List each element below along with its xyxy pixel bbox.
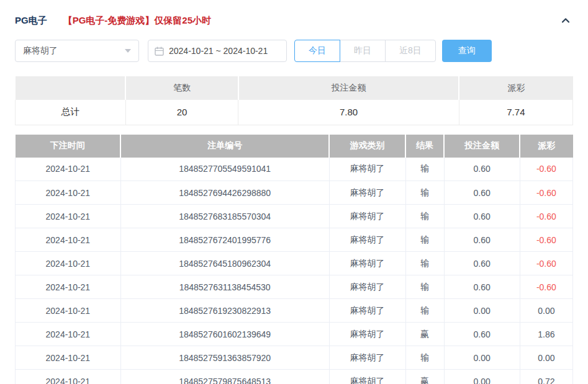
summary-total-payout: 7.74 [459, 100, 572, 125]
cell-payout: 0.00 [520, 299, 572, 323]
cell-result: 输 [405, 181, 444, 205]
cell-payout: 0.72 [520, 370, 572, 384]
cell-order-no: 1848527694426298880 [120, 181, 329, 205]
pg-games-panel: PG电子 【PG电子-免费游戏】仅保留25小时 麻将胡了 [0, 0, 588, 384]
cell-bet: 0.60 [444, 158, 520, 181]
cell-game: 麻将胡了 [329, 252, 405, 275]
cell-result: 输 [405, 228, 444, 252]
summary-header-row: 笔数 投注金额 派彩 [16, 76, 573, 100]
cell-result: 输 [405, 346, 444, 370]
filter-bar: 麻将胡了 2024-10-21 ~ 2024-10-21 今日 昨日 近8日 查… [15, 40, 573, 62]
date-range-input[interactable]: 2024-10-21 ~ 2024-10-21 [148, 40, 287, 62]
summary-total-bet-amount: 7.80 [238, 100, 459, 125]
cell-game: 麻将胡了 [329, 205, 405, 228]
header-game-category: 游戏类别 [329, 135, 405, 158]
caret-down-icon [125, 49, 131, 53]
cell-game: 麻将胡了 [329, 370, 405, 384]
cell-game: 麻将胡了 [329, 346, 405, 370]
quick-range-group: 今日 昨日 近8日 [294, 40, 436, 62]
free-game-notice: 【PG电子-免费游戏】仅保留25小时 [63, 15, 211, 27]
page-title: PG电子 [15, 15, 47, 27]
summary-header-payout: 派彩 [459, 76, 572, 100]
table-row: 2024-10-21 1848527579875648513 麻将胡了 赢 0.… [16, 370, 573, 384]
cell-bet: 0.00 [444, 346, 520, 370]
cell-bet-time: 2024-10-21 [16, 205, 121, 228]
summary-total-label: 总计 [16, 100, 126, 125]
cell-game: 麻将胡了 [329, 228, 405, 252]
header-payout: 派彩 [520, 135, 572, 158]
header-bet-time: 下注时间 [16, 135, 121, 158]
header-result: 结果 [405, 135, 444, 158]
cell-bet-time: 2024-10-21 [16, 299, 121, 323]
cell-payout: -0.60 [520, 228, 572, 252]
cell-order-no: 1848527579875648513 [120, 370, 329, 384]
cell-bet-time: 2024-10-21 [16, 370, 121, 384]
cell-result: 输 [405, 299, 444, 323]
chevron-up-icon [560, 15, 571, 26]
cell-bet: 0.60 [444, 228, 520, 252]
cell-bet-time: 2024-10-21 [16, 323, 121, 346]
cell-order-no: 1848527631138454530 [120, 275, 329, 299]
cell-payout: -0.60 [520, 205, 572, 228]
table-row: 2024-10-21 1848527619230822913 麻将胡了 输 0.… [16, 299, 573, 323]
cell-result: 输 [405, 158, 444, 181]
cell-bet-time: 2024-10-21 [16, 181, 121, 205]
bet-table-header-row: 下注时间 注单编号 游戏类别 结果 投注金额 派彩 [16, 135, 573, 158]
cell-result: 赢 [405, 323, 444, 346]
cell-bet: 0.00 [444, 370, 520, 384]
cell-order-no: 1848527705549591041 [120, 158, 329, 181]
summary-header-bet-amount: 投注金额 [238, 76, 459, 100]
summary-header-blank [16, 76, 126, 100]
cell-result: 输 [405, 252, 444, 275]
range-last8days-button[interactable]: 近8日 [385, 40, 436, 62]
cell-order-no: 1848527591363857920 [120, 346, 329, 370]
summary-total-row: 总计 20 7.80 7.74 [16, 100, 573, 125]
cell-order-no: 1848527683185570304 [120, 205, 329, 228]
table-row: 2024-10-21 1848527672401995776 麻将胡了 输 0.… [16, 228, 573, 252]
cell-bet-time: 2024-10-21 [16, 228, 121, 252]
table-row: 2024-10-21 1848527694426298880 麻将胡了 输 0.… [16, 181, 573, 205]
range-yesterday-button[interactable]: 昨日 [340, 40, 386, 62]
cell-bet: 0.60 [444, 252, 520, 275]
cell-order-no: 1848527672401995776 [120, 228, 329, 252]
cell-bet: 0.60 [444, 275, 520, 299]
cell-game: 麻将胡了 [329, 181, 405, 205]
cell-result: 赢 [405, 370, 444, 384]
table-row: 2024-10-21 1848527591363857920 麻将胡了 输 0.… [16, 346, 573, 370]
cell-bet: 0.00 [444, 299, 520, 323]
cell-bet-time: 2024-10-21 [16, 252, 121, 275]
cell-game: 麻将胡了 [329, 158, 405, 181]
cell-bet-time: 2024-10-21 [16, 275, 121, 299]
range-today-button[interactable]: 今日 [294, 40, 340, 62]
cell-bet-time: 2024-10-21 [16, 158, 121, 181]
cell-game: 麻将胡了 [329, 323, 405, 346]
cell-payout: 0.00 [520, 346, 572, 370]
summary-table: 笔数 投注金额 派彩 总计 20 7.80 7.74 [15, 76, 573, 125]
summary-header-count: 笔数 [125, 76, 238, 100]
cell-payout: -0.60 [520, 158, 572, 181]
table-row: 2024-10-21 1848527601602139649 麻将胡了 赢 0.… [16, 323, 573, 346]
cell-game: 麻将胡了 [329, 275, 405, 299]
cell-payout: -0.60 [520, 275, 572, 299]
search-button[interactable]: 查询 [442, 40, 492, 62]
cell-bet-time: 2024-10-21 [16, 346, 121, 370]
summary-total-count: 20 [125, 100, 238, 125]
cell-order-no: 1848527645180962304 [120, 252, 329, 275]
cell-payout: -0.60 [520, 252, 572, 275]
game-select[interactable]: 麻将胡了 [15, 40, 139, 62]
cell-bet: 0.60 [444, 181, 520, 205]
cell-payout: -0.60 [520, 181, 572, 205]
game-select-value: 麻将胡了 [23, 45, 125, 56]
table-row: 2024-10-21 1848527645180962304 麻将胡了 输 0.… [16, 252, 573, 275]
cell-game: 麻将胡了 [329, 299, 405, 323]
collapse-panel-button[interactable] [558, 13, 573, 28]
header-bet-amount: 投注金额 [444, 135, 520, 158]
cell-result: 输 [405, 275, 444, 299]
bet-records-table: 下注时间 注单编号 游戏类别 结果 投注金额 派彩 2024-10-21 184… [15, 135, 573, 384]
calendar-icon [155, 47, 164, 56]
table-row: 2024-10-21 1848527631138454530 麻将胡了 输 0.… [16, 275, 573, 299]
header-order-no: 注单编号 [120, 135, 329, 158]
table-row: 2024-10-21 1848527705549591041 麻将胡了 输 0.… [16, 158, 573, 181]
cell-payout: 1.86 [520, 323, 572, 346]
cell-order-no: 1848527619230822913 [120, 299, 329, 323]
